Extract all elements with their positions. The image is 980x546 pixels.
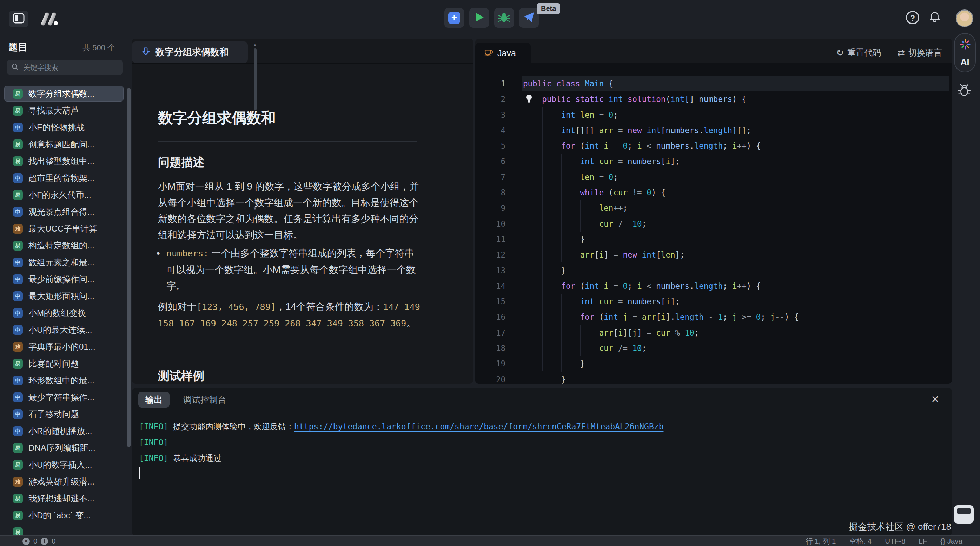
code-lines: 1public class Main {2 public static int …: [475, 76, 952, 384]
problem-item-title: 小M的数组变换: [29, 307, 86, 319]
list-item[interactable]: 易找出整型数组中...: [4, 153, 124, 169]
status-item[interactable]: LF: [919, 537, 927, 545]
difficulty-badge: 难: [13, 477, 23, 487]
list-item[interactable]: 易小D的 `abc` 变...: [4, 507, 124, 523]
search-input[interactable]: [22, 63, 108, 72]
submit-button[interactable]: [519, 8, 539, 28]
list-item[interactable]: 难游戏英雄升级潜...: [4, 474, 124, 489]
list-item[interactable]: 易小F的永久代币...: [4, 187, 124, 203]
divider: [132, 63, 473, 64]
section-heading-description: 问题描述: [158, 155, 204, 171]
list-item[interactable]: 易我好想逃却逃不...: [4, 490, 124, 506]
status-right-items: 行 1, 列 1空格: 4UTF-8LF{} Java: [805, 536, 963, 546]
app-window: + Beta ?: [0, 0, 980, 546]
problem-item-title: 小D的 `abc` 变...: [29, 510, 91, 521]
list-item[interactable]: 中超市里的货物架...: [4, 170, 124, 186]
sidebar-toggle-button[interactable]: [9, 11, 29, 27]
problem-item-title: DNA序列编辑距...: [29, 442, 95, 453]
reset-icon: ↻: [836, 48, 844, 58]
list-item[interactable]: 难最大UCC子串计算: [4, 221, 124, 236]
log-level: [INFO]: [139, 438, 168, 447]
difficulty-badge: 中: [13, 291, 23, 301]
problem-tab[interactable]: 数字分组求偶数和: [132, 42, 248, 63]
help-button[interactable]: ?: [906, 11, 919, 24]
line-number: 1: [475, 76, 506, 91]
switch-icon: ⇄: [897, 48, 905, 58]
ai-assistant-button[interactable]: AI: [954, 33, 976, 72]
lightbulb-icon[interactable]: [525, 94, 533, 106]
tab-output[interactable]: 输出: [138, 392, 170, 407]
search-icon: [11, 63, 19, 72]
list-item[interactable]: 中环形数组中的最...: [4, 372, 124, 388]
problem-item-title: 小U的数字插入...: [29, 459, 92, 471]
list-item[interactable]: 中最少字符串操作...: [4, 389, 124, 405]
new-file-button[interactable]: +: [444, 8, 464, 28]
problem-item-title: 最大矩形面积问...: [29, 291, 94, 302]
panel-bottom-icon: [957, 508, 970, 514]
divider: [158, 141, 417, 142]
list-item[interactable]: 易数字分组求偶数...: [4, 86, 124, 102]
tab-debug-console[interactable]: 调试控制台: [178, 392, 231, 407]
list-item[interactable]: 中石子移动问题: [4, 406, 124, 422]
avatar[interactable]: [956, 10, 973, 27]
debug-button[interactable]: [494, 8, 514, 28]
coffee-cup-icon: [475, 48, 493, 59]
description-scrollbar[interactable]: [254, 48, 256, 110]
search-box[interactable]: [7, 60, 123, 75]
line-number: 20: [475, 372, 506, 384]
list-item[interactable]: 中小M的数组变换: [4, 305, 124, 321]
status-item[interactable]: 行 1, 列 1: [805, 536, 836, 546]
list-item[interactable]: 中观光景点组合得...: [4, 204, 124, 220]
problem-item-title: 最大UCC子串计算: [29, 223, 97, 234]
problem-heading: 数字分组求偶数和: [158, 108, 276, 128]
line-number: 9: [475, 200, 506, 216]
sidebar-scrollbar[interactable]: [127, 88, 130, 447]
list-item[interactable]: 易比赛配对问题: [4, 356, 124, 371]
notifications-button[interactable]: [928, 11, 941, 25]
status-item[interactable]: {} Java: [940, 537, 963, 545]
list-item[interactable]: 易创意标题匹配问...: [4, 136, 124, 152]
list-item[interactable]: 易小U的数字插入...: [4, 457, 124, 473]
list-item[interactable]: 难字典序最小的01...: [4, 339, 124, 354]
tab-java[interactable]: Java: [475, 43, 531, 63]
bell-icon: [928, 18, 941, 24]
reset-code-button[interactable]: ↻ 重置代码: [836, 48, 881, 58]
switch-language-button[interactable]: ⇄ 切换语言: [897, 48, 942, 58]
line-number: 3: [475, 107, 506, 123]
feedback-link[interactable]: https://bytedance.larkoffice.com/share/b…: [294, 422, 663, 431]
list-item[interactable]: 易DNA序列编辑距...: [4, 440, 124, 456]
arrow-down-icon: [132, 47, 151, 57]
example-code: [123, 456, 789]: [197, 302, 276, 312]
language-tab-label: Java: [497, 48, 516, 58]
difficulty-badge: 易: [13, 527, 23, 536]
list-item[interactable]: 中数组元素之和最...: [4, 254, 124, 270]
warning-icon[interactable]: !: [41, 538, 48, 545]
list-item[interactable]: 中小R的随机播放...: [4, 423, 124, 439]
line-number: 11: [475, 231, 506, 247]
error-icon[interactable]: ✕: [22, 538, 30, 545]
list-item[interactable]: 易构造特定数组的...: [4, 238, 124, 253]
difficulty-badge: 中: [13, 375, 23, 385]
problem-panel: 数字分组求偶数和 ▲ ▼ 数字分组求偶数和 问题描述 小M面对一组从 1 到 9…: [132, 39, 473, 384]
panel-left-icon: [13, 13, 25, 25]
list-item[interactable]: 中小E的怪物挑战: [4, 120, 124, 135]
example-text: ，14个符合条件的数为：: [276, 301, 383, 312]
paper-plane-icon: [523, 11, 535, 25]
list-item[interactable]: 中小U的最大连续...: [4, 322, 124, 338]
scroll-up-icon[interactable]: ▲: [253, 42, 257, 48]
problem-item-title: 找出整型数组中...: [29, 156, 94, 167]
list-item[interactable]: 易寻找最大葫芦: [4, 102, 124, 118]
list-item[interactable]: 中最少前缀操作问...: [4, 271, 124, 287]
log-level: [INFO]: [139, 422, 168, 431]
editor-panel: Java ↻ 重置代码 ⇄ 切换语言 1public class Main {2…: [475, 39, 952, 384]
bottom-panel-toggle-button[interactable]: [954, 505, 974, 524]
status-item[interactable]: UTF-8: [885, 537, 905, 545]
problem-item-title: 我好想逃却逃不...: [29, 493, 94, 504]
run-button[interactable]: [469, 8, 489, 28]
list-item[interactable]: 中最大矩形面积问...: [4, 288, 124, 304]
debug-panel-button[interactable]: [957, 84, 972, 100]
line-number: 19: [475, 356, 506, 371]
close-icon[interactable]: ✕: [931, 394, 939, 405]
list-item[interactable]: 易: [4, 524, 124, 535]
status-item[interactable]: 空格: 4: [849, 536, 872, 546]
